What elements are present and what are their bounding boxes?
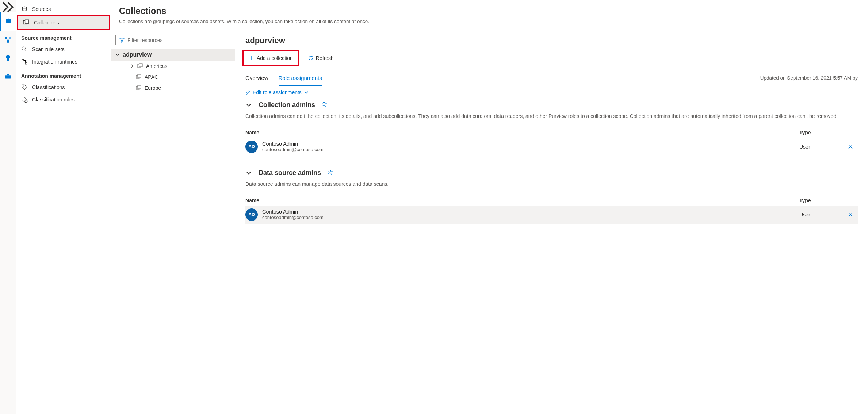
chevron-down-icon[interactable] bbox=[245, 169, 252, 176]
nav-sources[interactable]: Sources bbox=[16, 3, 111, 15]
table-header-name: Name bbox=[245, 198, 799, 203]
svg-rect-12 bbox=[25, 62, 27, 64]
remove-person-button[interactable] bbox=[843, 144, 858, 149]
svg-rect-9 bbox=[25, 20, 29, 23]
rail-lineage[interactable] bbox=[0, 31, 16, 49]
add-collection-button[interactable]: Add a collection bbox=[246, 54, 295, 62]
edit-role-label: Edit role assignments bbox=[253, 89, 302, 95]
role-section-collection-admins: Collection admins Collection admins can … bbox=[245, 101, 858, 156]
rail-management[interactable] bbox=[0, 67, 16, 85]
table-row: AD Contoso Admin contosoadmin@contoso.co… bbox=[245, 206, 858, 224]
svg-rect-20 bbox=[138, 85, 141, 89]
person-add-icon bbox=[322, 101, 328, 107]
nav-label: Integration runtimes bbox=[32, 59, 77, 65]
tree-panel: adpurview Americas APAC bbox=[111, 30, 235, 414]
svg-rect-5 bbox=[5, 75, 11, 78]
collections-icon bbox=[23, 19, 30, 26]
filter-icon bbox=[119, 38, 125, 43]
person-type: User bbox=[799, 144, 843, 150]
chevron-down-icon[interactable] bbox=[245, 101, 252, 108]
graph-icon bbox=[4, 36, 12, 44]
tree-item-label: Europe bbox=[145, 85, 161, 91]
add-person-button[interactable] bbox=[328, 169, 333, 176]
avatar: AD bbox=[245, 208, 258, 221]
refresh-button[interactable]: Refresh bbox=[306, 54, 336, 62]
avatar: AD bbox=[245, 141, 258, 153]
tab-role-assignments[interactable]: Role assignments bbox=[279, 73, 322, 86]
role-description: Collection admins can edit the collectio… bbox=[245, 112, 858, 120]
table-row: AD Contoso Admin contosoadmin@contoso.co… bbox=[245, 138, 858, 156]
tree-item-label: Americas bbox=[146, 63, 167, 69]
svg-rect-6 bbox=[7, 74, 9, 76]
person-name: Contoso Admin bbox=[262, 209, 799, 215]
nav-classification-rules[interactable]: Classification rules bbox=[16, 93, 111, 106]
table-header-type: Type bbox=[799, 130, 843, 135]
expand-rail-button[interactable] bbox=[0, 1, 16, 12]
svg-point-3 bbox=[7, 41, 9, 43]
nav-integration-runtimes[interactable]: Integration runtimes bbox=[16, 55, 111, 68]
person-email: contosoadmin@contoso.com bbox=[262, 147, 799, 152]
nav-section-source-management: Source management bbox=[16, 30, 111, 43]
role-title: Collection admins bbox=[259, 101, 315, 109]
svg-rect-18 bbox=[138, 74, 141, 78]
svg-point-21 bbox=[323, 102, 325, 104]
table-header-type: Type bbox=[799, 198, 843, 203]
tree-item-europe[interactable]: Europe bbox=[111, 83, 235, 93]
edit-role-assignments-button[interactable]: Edit role assignments bbox=[245, 88, 858, 101]
rail-insights[interactable] bbox=[0, 49, 16, 67]
nav-classifications[interactable]: Classifications bbox=[16, 81, 111, 93]
edit-icon bbox=[245, 90, 251, 95]
tree-item-americas[interactable]: Americas bbox=[111, 61, 235, 72]
page-header: Collections Collections are groupings of… bbox=[111, 0, 868, 30]
svg-point-22 bbox=[329, 170, 331, 172]
integration-icon bbox=[21, 58, 28, 65]
svg-point-7 bbox=[22, 7, 26, 8]
main-content: adpurview Add a collection Refresh bbox=[235, 30, 868, 414]
filter-resources-input[interactable] bbox=[115, 35, 230, 45]
rules-icon bbox=[21, 96, 28, 103]
role-section-data-source-admins: Data source admins Data source admins ca… bbox=[245, 169, 858, 224]
nav-collections[interactable]: Collections bbox=[18, 16, 109, 29]
plus-icon bbox=[249, 55, 255, 61]
tree-item-apac[interactable]: APAC bbox=[111, 72, 235, 83]
tab-overview[interactable]: Overview bbox=[245, 73, 268, 86]
nav-scan-rule-sets[interactable]: Scan rule sets bbox=[16, 43, 111, 55]
tree-item-label: APAC bbox=[145, 74, 158, 80]
person-email: contosoadmin@contoso.com bbox=[262, 215, 799, 220]
refresh-label: Refresh bbox=[316, 55, 334, 61]
collections-icon bbox=[136, 74, 142, 80]
add-person-button[interactable] bbox=[322, 101, 328, 108]
collections-icon bbox=[137, 63, 143, 69]
nav-section-annotation-management: Annotation management bbox=[16, 68, 111, 81]
nav-label: Sources bbox=[32, 6, 51, 12]
nav-label: Scan rule sets bbox=[32, 46, 65, 52]
database-icon bbox=[4, 18, 12, 26]
person-add-icon bbox=[328, 169, 333, 175]
add-collection-label: Add a collection bbox=[257, 55, 293, 61]
filter-field[interactable] bbox=[127, 37, 226, 43]
sources-icon bbox=[21, 6, 28, 12]
nav-label: Collections bbox=[34, 20, 59, 26]
tree-root[interactable]: adpurview bbox=[111, 49, 235, 61]
remove-person-button[interactable] bbox=[843, 212, 858, 217]
caret-right-icon bbox=[130, 64, 134, 68]
close-icon bbox=[848, 212, 853, 217]
role-description: Data source admins can manage data sourc… bbox=[245, 180, 858, 188]
tag-icon bbox=[21, 84, 28, 91]
lightbulb-icon bbox=[4, 54, 12, 62]
role-title: Data source admins bbox=[259, 169, 321, 177]
svg-rect-11 bbox=[22, 59, 24, 61]
rail-data-map[interactable] bbox=[0, 12, 16, 31]
nav-label: Classification rules bbox=[32, 97, 75, 103]
page-title: Collections bbox=[119, 6, 860, 16]
chevron-down-icon bbox=[304, 90, 309, 95]
table-header-name: Name bbox=[245, 130, 799, 135]
scan-icon bbox=[21, 46, 28, 53]
svg-rect-4 bbox=[7, 60, 9, 61]
refresh-icon bbox=[308, 55, 314, 61]
svg-point-13 bbox=[23, 86, 24, 87]
person-name: Contoso Admin bbox=[262, 141, 799, 147]
icon-rail bbox=[0, 0, 16, 414]
caret-down-icon bbox=[115, 53, 120, 57]
svg-point-10 bbox=[22, 47, 25, 50]
